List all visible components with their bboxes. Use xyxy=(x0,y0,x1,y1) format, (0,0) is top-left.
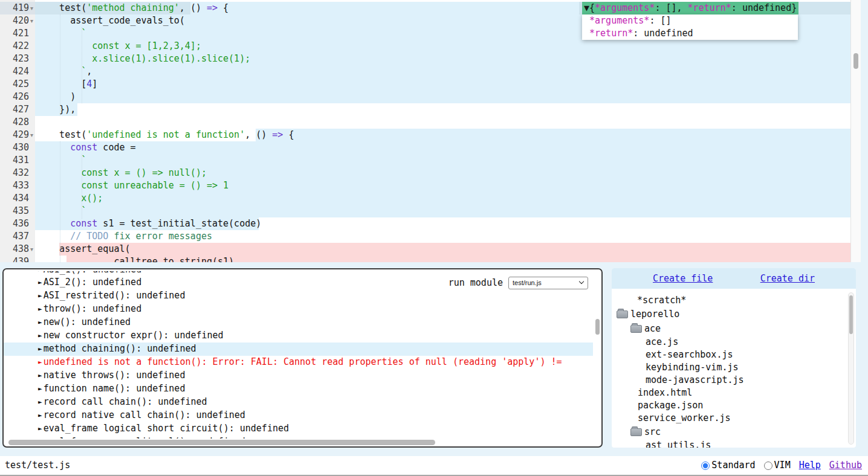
test-result-item[interactable]: ►eval_frame logical short circuit(): und… xyxy=(4,422,593,436)
inspector-entry[interactable]: *arguments*: [] xyxy=(584,14,796,27)
line-number: 426 xyxy=(0,91,29,103)
code-token: { xyxy=(218,2,228,13)
keybinding-vim-radio[interactable] xyxy=(764,462,772,470)
create-dir-link[interactable]: Create dir xyxy=(760,268,815,289)
tree-file-item[interactable]: index.html xyxy=(612,387,847,399)
code-line[interactable]: 425 [4] xyxy=(0,78,850,91)
code-token xyxy=(584,28,589,39)
files-vertical-scrollbar[interactable] xyxy=(848,292,854,445)
inspector-summary[interactable]: ▼{*arguments*: [], *return*: undefined} xyxy=(582,2,798,14)
tree-folder-item[interactable]: leporello xyxy=(612,307,847,321)
help-link[interactable]: Help xyxy=(799,456,821,475)
inspector-entry[interactable]: *return*: undefined xyxy=(584,27,796,40)
tree-item-label: mode-javascript.js xyxy=(646,375,744,385)
keybinding-standard-radio[interactable] xyxy=(701,462,710,470)
run-module-select[interactable]: test/run.js xyxy=(508,277,588,289)
test-result-text: record native call chain(): undefined xyxy=(44,410,245,420)
tree-folder-item[interactable]: ace xyxy=(612,321,847,336)
code-line[interactable]: 423 x.slice(1).slice(1).slice(1); xyxy=(0,53,850,65)
code-line[interactable]: 431 ` xyxy=(0,154,850,167)
expand-arrow-icon[interactable]: ► xyxy=(38,292,42,300)
line-number: 422 xyxy=(0,40,29,53)
test-result-item[interactable]: ►undefined is not a function(): Error: F… xyxy=(4,356,593,369)
expand-arrow-icon[interactable]: ► xyxy=(38,318,42,326)
fold-arrow-icon[interactable]: ▾ xyxy=(28,129,35,141)
test-result-item[interactable]: ►new(): undefined xyxy=(4,316,593,329)
code-line[interactable]: 439 calltree_to_string(s1) xyxy=(0,256,850,262)
console-vertical-scrollbar-thumb[interactable] xyxy=(595,319,600,335)
fold-arrow-icon[interactable]: ▾ xyxy=(28,2,35,14)
editor-vertical-scrollbar[interactable] xyxy=(850,0,861,262)
code-editor[interactable]: 419▾ test('method chaining', () => {420▾… xyxy=(0,0,861,262)
fold-arrow-icon[interactable]: ▾ xyxy=(28,14,35,27)
tree-file-item[interactable]: service_worker.js xyxy=(612,412,847,425)
code-line[interactable]: 428 xyxy=(0,116,850,129)
test-result-item-clipped: ►ASI_1(): undefined xyxy=(38,271,593,276)
tree-file-item[interactable]: mode-javascript.js xyxy=(612,374,847,387)
tree-file-item[interactable]: ace.js xyxy=(612,336,847,349)
console-horizontal-scrollbar[interactable] xyxy=(4,439,601,446)
code-line[interactable]: 429▾ test('undefined is not a function',… xyxy=(0,129,850,141)
code-line[interactable]: 435 ` xyxy=(0,205,850,217)
line-number: 427 xyxy=(0,103,29,116)
fold-arrow-icon[interactable]: ▾ xyxy=(28,243,35,256)
test-result-item[interactable]: ►ASI_1(): undefined xyxy=(4,271,593,276)
expand-arrow-icon[interactable]: ► xyxy=(38,411,42,419)
tree-file-item[interactable]: *scratch* xyxy=(612,294,847,307)
github-link[interactable]: Github xyxy=(829,456,862,475)
tree-file-item[interactable]: ast_utils.js xyxy=(612,439,847,448)
test-result-item[interactable]: ►function name(): undefined xyxy=(4,382,593,396)
code-line[interactable]: 436 const s1 = test_initial_state(code) xyxy=(0,217,850,230)
test-result-item[interactable]: ►native throws(): undefined xyxy=(4,369,593,382)
code-line[interactable]: 430 const code = xyxy=(0,141,850,154)
line-number: 434 xyxy=(0,192,29,205)
test-result-item[interactable]: ►method chaining(): undefined xyxy=(4,343,593,356)
code-line[interactable]: 422 const x = [1,2,3,4]; xyxy=(0,40,850,53)
code-line[interactable]: 424 `, xyxy=(0,65,850,78)
files-scrollbar-thumb[interactable] xyxy=(849,295,853,334)
keybinding-vim-option[interactable]: VIM xyxy=(764,456,791,475)
test-result-text: method chaining(): undefined xyxy=(44,343,196,354)
test-result-item[interactable]: ►new constructor expr(): undefined xyxy=(4,329,593,343)
expand-arrow-icon[interactable]: ► xyxy=(38,271,42,274)
tree-file-item[interactable]: package.json xyxy=(612,399,847,412)
console-hscroll-thumb[interactable] xyxy=(8,440,435,445)
expand-arrow-icon[interactable]: ► xyxy=(38,385,42,393)
test-result-item[interactable]: ►record call chain(): undefined xyxy=(4,396,593,409)
test-result-text: native throws(): undefined xyxy=(44,370,186,381)
editor-scrollbar-thumb[interactable] xyxy=(853,53,858,69)
expand-arrow-icon[interactable]: ► xyxy=(38,425,42,433)
code-line[interactable]: 438▾ assert_equal( xyxy=(0,243,850,256)
tree-folder-item[interactable]: src xyxy=(612,425,847,439)
test-result-item[interactable]: ►throw(): undefined xyxy=(4,303,593,316)
code-line[interactable]: 433 const unreachable = () => 1 xyxy=(0,179,850,192)
code-line[interactable]: 434 x(); xyxy=(0,192,850,205)
tree-file-item[interactable]: keybinding-vim.js xyxy=(612,361,847,374)
expand-arrow-icon[interactable]: ► xyxy=(38,332,42,339)
test-result-item[interactable]: ►record native call chain(): undefined xyxy=(4,409,593,422)
code-line[interactable]: 437 // TODO fix error messages xyxy=(0,230,850,243)
code-token: : undefined} xyxy=(731,2,797,13)
code-token: ] xyxy=(92,79,97,89)
expand-arrow-icon[interactable]: ► xyxy=(38,398,42,406)
expand-arrow-icon[interactable]: ► xyxy=(38,278,42,286)
expand-arrow-icon[interactable]: ► xyxy=(38,345,42,353)
expand-arrow-icon[interactable]: ► xyxy=(38,371,42,379)
line-number: 428 xyxy=(0,116,29,129)
keybinding-standard-option[interactable]: Standard xyxy=(701,456,755,475)
tree-item-label: ast_utils.js xyxy=(646,440,711,448)
code-token: : [], xyxy=(655,2,687,13)
code-line[interactable]: 427 }), xyxy=(0,103,850,116)
expand-arrow-icon[interactable]: ► xyxy=(38,358,42,366)
tree-item-label: leporello xyxy=(630,307,679,321)
test-result-item[interactable]: ►ASI_restrited(): undefined xyxy=(4,289,593,303)
code-token: fix error messages xyxy=(108,231,212,242)
tree-file-item[interactable]: ext-searchbox.js xyxy=(612,349,847,361)
line-number: 433 xyxy=(0,179,29,192)
create-file-link[interactable]: Create file xyxy=(653,268,713,289)
line-number: 439 xyxy=(0,256,29,262)
code-line[interactable]: 426 ) xyxy=(0,91,850,103)
expand-arrow-icon[interactable]: ► xyxy=(38,305,42,313)
code-line[interactable]: 432 const x = () => null(); xyxy=(0,167,850,179)
code-text: assert_equal( xyxy=(35,243,850,256)
